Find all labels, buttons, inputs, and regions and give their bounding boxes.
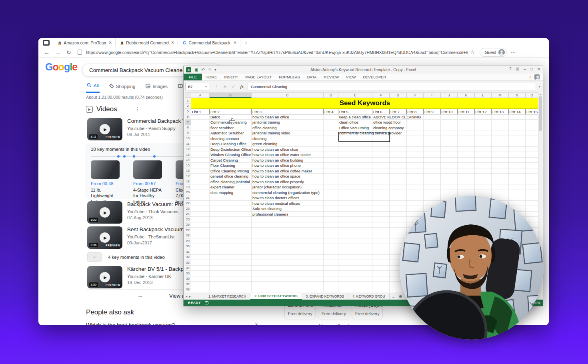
ribbon-tab-developer[interactable]: DEVELOPER — [359, 74, 390, 80]
cell-A27[interactable] — [191, 228, 210, 233]
sheet-prev-icon[interactable]: ◂ — [186, 295, 187, 298]
cell-G5[interactable]: List 7 — [390, 109, 407, 114]
column-header-O[interactable]: O — [526, 93, 538, 98]
cell-G17[interactable] — [390, 174, 407, 179]
cell-D35[interactable] — [324, 271, 338, 276]
cell-F15[interactable] — [372, 163, 390, 168]
row-number[interactable]: 16 — [185, 168, 191, 174]
row-number[interactable]: 33 — [185, 260, 191, 266]
row-number[interactable]: 37 — [185, 282, 191, 287]
back-icon[interactable]: ← — [44, 49, 50, 56]
column-header-A[interactable]: A — [191, 93, 210, 98]
ribbon-options-icon[interactable]: ⊞ — [516, 67, 519, 71]
cell-G6[interactable] — [390, 114, 407, 120]
cell-G14[interactable] — [390, 158, 407, 163]
row-number[interactable]: 17 — [185, 174, 191, 179]
cell-D20[interactable] — [324, 190, 338, 196]
cell-F22[interactable] — [372, 201, 390, 206]
add-sheet-icon[interactable]: ⊕ — [399, 294, 402, 299]
cell-I5[interactable]: List 9 — [424, 109, 441, 114]
fill-handle[interactable] — [389, 141, 390, 142]
row-number[interactable]: 22 — [185, 201, 191, 206]
forward-icon[interactable]: → — [55, 49, 61, 56]
cell-E21[interactable] — [338, 195, 372, 201]
cell-O14[interactable] — [526, 158, 538, 163]
cell-O13[interactable] — [526, 152, 538, 158]
cell-D26[interactable] — [324, 222, 338, 228]
cell-H11[interactable] — [407, 141, 424, 147]
timeline-dot-icon[interactable] — [117, 155, 120, 158]
cell-L7[interactable] — [475, 120, 492, 125]
cell-A17[interactable] — [191, 174, 210, 179]
cell-O17[interactable] — [526, 174, 538, 179]
column-header-K[interactable]: K — [458, 93, 475, 98]
cell-C23[interactable]: Sofa set cleaning — [252, 206, 324, 212]
cell-M9[interactable] — [492, 130, 509, 136]
row-number[interactable]: 19 — [185, 184, 191, 190]
sheet-tab-3-expand-keywords[interactable]: 3. EXPAND KEYWORDS — [302, 293, 349, 300]
cell-L18[interactable] — [475, 179, 492, 185]
cell-O7[interactable] — [526, 120, 538, 125]
cell-N6[interactable] — [509, 114, 526, 120]
cell-E11[interactable] — [338, 141, 372, 147]
cell-H6[interactable] — [407, 114, 424, 120]
cell-M11[interactable] — [492, 141, 509, 147]
timeline-dot-icon[interactable] — [123, 155, 126, 158]
cell-B22[interactable] — [210, 201, 252, 206]
key-moment-thumbnail[interactable] — [91, 160, 120, 179]
row-number[interactable]: 2 — [185, 104, 191, 109]
cell-A35[interactable] — [191, 271, 210, 276]
cell-C30[interactable] — [252, 244, 324, 250]
name-box[interactable]: B7 ▼ — [185, 83, 209, 90]
cell-M19[interactable] — [492, 184, 509, 190]
cell-M16[interactable] — [492, 168, 509, 174]
cell-E18[interactable] — [338, 179, 372, 185]
cell-F26[interactable] — [372, 222, 390, 228]
timeline-dot-icon[interactable] — [133, 155, 135, 158]
cell-M17[interactable] — [492, 174, 509, 179]
cell-J10[interactable] — [441, 136, 458, 142]
key-moments-strip[interactable]: ⊥ 4 key moments in this video — [87, 252, 165, 262]
cell-I15[interactable] — [424, 163, 441, 168]
browser-tab[interactable]: aAmazon.com: ProTeam Commer✕ — [53, 38, 116, 47]
cell-K18[interactable] — [458, 179, 475, 185]
cell-F6[interactable]: ABOVE FLOOR CLEANING — [372, 114, 390, 120]
cell-N16[interactable] — [509, 168, 526, 174]
cell-A6[interactable] — [191, 114, 210, 120]
cell-H16[interactable] — [407, 168, 424, 174]
cell-E15[interactable] — [338, 163, 372, 168]
cell-O10[interactable] — [526, 136, 538, 142]
cell-B30[interactable] — [210, 244, 252, 250]
cell-N17[interactable] — [509, 174, 526, 179]
row-number[interactable]: 26 — [185, 222, 191, 228]
column-header-H[interactable]: H — [407, 93, 424, 98]
cell-A20[interactable] — [191, 190, 210, 196]
formula-enter-icon[interactable]: ✓ — [232, 84, 235, 89]
cell-K19[interactable] — [458, 184, 475, 190]
close-icon[interactable]: ✕ — [537, 67, 540, 71]
cell-C20[interactable]: commercial cleaning (organization type) — [252, 190, 324, 196]
select-all-corner[interactable] — [185, 93, 191, 98]
timeline-dot-icon[interactable] — [153, 155, 156, 158]
cell-D21[interactable] — [324, 195, 338, 201]
cell-L9[interactable] — [475, 130, 492, 136]
cell-D7[interactable] — [324, 120, 338, 125]
cell-A12[interactable] — [191, 147, 210, 152]
cell-A23[interactable] — [191, 206, 210, 212]
cell-D9[interactable] — [324, 130, 338, 136]
cell-K15[interactable] — [458, 163, 475, 168]
ribbon-tab-review[interactable]: REVIEW — [320, 74, 342, 80]
paa-question[interactable]: Which is the best backpack vacuum? — [86, 322, 175, 325]
cell-C38[interactable] — [252, 287, 324, 293]
cell-A14[interactable] — [191, 158, 210, 163]
row-number[interactable]: 31 — [185, 249, 191, 255]
cell-K10[interactable] — [458, 136, 475, 142]
cell-E20[interactable] — [338, 190, 372, 196]
cell-A9[interactable] — [191, 130, 210, 136]
cell-C5[interactable]: List 3 — [252, 109, 324, 114]
cell-M5[interactable]: List 13 — [492, 109, 509, 114]
window-icon[interactable] — [43, 40, 50, 46]
cell-A30[interactable] — [191, 244, 210, 250]
cell-C17[interactable]: how to clean an office space — [252, 174, 324, 179]
cell-N22[interactable] — [509, 201, 526, 206]
